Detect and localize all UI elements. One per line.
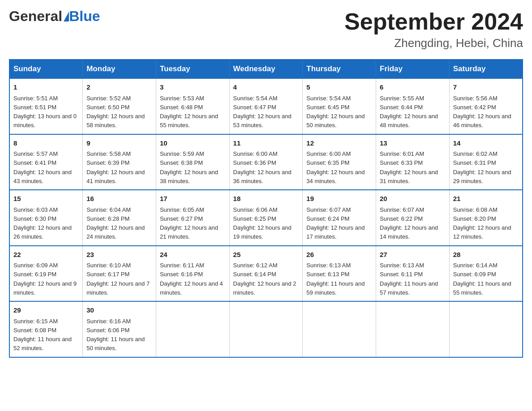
calendar-cell: 15Sunrise: 6:03 AMSunset: 6:30 PMDayligh… [9,190,83,246]
day-number: 8 [13,138,79,149]
calendar-cell: 29Sunrise: 6:15 AMSunset: 6:08 PMDayligh… [9,301,83,357]
calendar-cell: 3Sunrise: 5:53 AMSunset: 6:48 PMDaylight… [156,78,229,134]
day-info: Sunrise: 5:51 AMSunset: 6:51 PMDaylight:… [13,95,77,129]
calendar-cell [376,301,450,357]
day-number: 14 [453,138,519,149]
calendar-cell [449,301,523,357]
col-monday: Monday [83,60,156,78]
logo-blue-text: Blue [69,9,100,23]
day-info: Sunrise: 5:53 AMSunset: 6:48 PMDaylight:… [160,95,218,129]
calendar-week-row: 22Sunrise: 6:09 AMSunset: 6:19 PMDayligh… [9,246,523,302]
day-info: Sunrise: 6:15 AMSunset: 6:08 PMDaylight:… [13,318,72,352]
calendar-cell: 26Sunrise: 6:13 AMSunset: 6:13 PMDayligh… [303,246,376,302]
day-number: 26 [306,250,372,260]
day-number: 5 [306,82,372,93]
calendar-cell: 23Sunrise: 6:10 AMSunset: 6:17 PMDayligh… [83,246,156,302]
location-title: Zhengding, Hebei, China [344,36,523,50]
col-sunday: Sunday [9,60,83,78]
calendar-cell: 11Sunrise: 6:00 AMSunset: 6:36 PMDayligh… [229,134,303,190]
calendar-cell: 9Sunrise: 5:58 AMSunset: 6:39 PMDaylight… [83,134,156,190]
calendar-cell: 8Sunrise: 5:57 AMSunset: 6:41 PMDaylight… [9,134,83,190]
day-number: 25 [233,250,299,260]
calendar-cell: 17Sunrise: 6:05 AMSunset: 6:27 PMDayligh… [156,190,229,246]
day-info: Sunrise: 6:00 AMSunset: 6:35 PMDaylight:… [306,150,365,184]
day-info: Sunrise: 6:01 AMSunset: 6:33 PMDaylight:… [380,150,438,184]
day-info: Sunrise: 5:56 AMSunset: 6:42 PMDaylight:… [453,95,511,129]
day-number: 10 [160,138,226,149]
col-saturday: Saturday [449,60,523,78]
day-info: Sunrise: 6:08 AMSunset: 6:20 PMDaylight:… [453,206,511,240]
day-number: 18 [233,194,299,204]
day-number: 4 [233,82,299,93]
day-number: 13 [380,138,446,149]
calendar-header: Sunday Monday Tuesday Wednesday Thursday… [9,60,523,78]
calendar-cell: 10Sunrise: 5:59 AMSunset: 6:38 PMDayligh… [156,134,229,190]
calendar-cell: 2Sunrise: 5:52 AMSunset: 6:50 PMDaylight… [83,78,156,134]
calendar-cell: 27Sunrise: 6:13 AMSunset: 6:11 PMDayligh… [376,246,450,302]
day-info: Sunrise: 5:57 AMSunset: 6:41 PMDaylight:… [13,150,72,184]
title-block: September 2024 Zhengding, Hebei, China [344,9,523,50]
day-number: 17 [160,194,226,204]
calendar-cell: 22Sunrise: 6:09 AMSunset: 6:19 PMDayligh… [9,246,83,302]
day-info: Sunrise: 5:55 AMSunset: 6:44 PMDaylight:… [380,95,438,129]
calendar-cell: 5Sunrise: 5:54 AMSunset: 6:45 PMDaylight… [303,78,376,134]
day-info: Sunrise: 6:09 AMSunset: 6:19 PMDaylight:… [13,262,77,296]
day-info: Sunrise: 6:14 AMSunset: 6:09 PMDaylight:… [453,262,511,296]
col-friday: Friday [376,60,450,78]
day-info: Sunrise: 6:06 AMSunset: 6:25 PMDaylight:… [233,206,292,240]
calendar-cell [156,301,229,357]
logo: General Blue [9,9,100,23]
day-info: Sunrise: 6:02 AMSunset: 6:31 PMDaylight:… [453,150,511,184]
day-number: 9 [86,138,152,149]
day-number: 7 [453,82,519,93]
calendar-cell: 13Sunrise: 6:01 AMSunset: 6:33 PMDayligh… [376,134,450,190]
day-number: 27 [380,250,446,260]
day-number: 22 [13,250,79,260]
calendar-cell: 4Sunrise: 5:54 AMSunset: 6:47 PMDaylight… [229,78,303,134]
day-info: Sunrise: 5:54 AMSunset: 6:47 PMDaylight:… [233,95,292,129]
day-number: 24 [160,250,226,260]
day-info: Sunrise: 6:16 AMSunset: 6:06 PMDaylight:… [86,318,145,352]
col-tuesday: Tuesday [156,60,229,78]
calendar-cell: 28Sunrise: 6:14 AMSunset: 6:09 PMDayligh… [449,246,523,302]
day-number: 28 [453,250,519,260]
day-info: Sunrise: 6:10 AMSunset: 6:17 PMDaylight:… [86,262,150,296]
day-number: 15 [13,194,79,204]
calendar-cell: 18Sunrise: 6:06 AMSunset: 6:25 PMDayligh… [229,190,303,246]
day-info: Sunrise: 5:59 AMSunset: 6:38 PMDaylight:… [160,150,218,184]
col-wednesday: Wednesday [229,60,303,78]
day-number: 2 [86,82,152,93]
calendar-table: Sunday Monday Tuesday Wednesday Thursday… [9,59,523,358]
calendar-cell: 24Sunrise: 6:11 AMSunset: 6:16 PMDayligh… [156,246,229,302]
col-thursday: Thursday [303,60,376,78]
calendar-cell: 25Sunrise: 6:12 AMSunset: 6:14 PMDayligh… [229,246,303,302]
header-row: Sunday Monday Tuesday Wednesday Thursday… [9,60,523,78]
day-number: 6 [380,82,446,93]
day-info: Sunrise: 6:03 AMSunset: 6:30 PMDaylight:… [13,206,72,240]
day-info: Sunrise: 6:11 AMSunset: 6:16 PMDaylight:… [160,262,223,296]
logo-triangle-icon [64,12,69,21]
calendar-cell: 30Sunrise: 6:16 AMSunset: 6:06 PMDayligh… [83,301,156,357]
calendar-week-row: 29Sunrise: 6:15 AMSunset: 6:08 PMDayligh… [9,301,523,357]
day-info: Sunrise: 6:13 AMSunset: 6:13 PMDaylight:… [306,262,365,296]
day-number: 21 [453,194,519,204]
day-info: Sunrise: 5:52 AMSunset: 6:50 PMDaylight:… [86,95,145,129]
calendar-week-row: 15Sunrise: 6:03 AMSunset: 6:30 PMDayligh… [9,190,523,246]
calendar-cell: 6Sunrise: 5:55 AMSunset: 6:44 PMDaylight… [376,78,450,134]
calendar-cell [303,301,376,357]
calendar-cell: 14Sunrise: 6:02 AMSunset: 6:31 PMDayligh… [449,134,523,190]
day-number: 19 [306,194,372,204]
calendar-cell: 7Sunrise: 5:56 AMSunset: 6:42 PMDaylight… [449,78,523,134]
calendar-week-row: 8Sunrise: 5:57 AMSunset: 6:41 PMDaylight… [9,134,523,190]
calendar-cell: 12Sunrise: 6:00 AMSunset: 6:35 PMDayligh… [303,134,376,190]
month-title: September 2024 [344,9,523,34]
day-info: Sunrise: 5:54 AMSunset: 6:45 PMDaylight:… [306,95,365,129]
day-number: 23 [86,250,152,260]
day-number: 11 [233,138,299,149]
day-info: Sunrise: 6:00 AMSunset: 6:36 PMDaylight:… [233,150,292,184]
page-header: General Blue September 2024 Zhengding, H… [9,9,523,50]
day-info: Sunrise: 6:12 AMSunset: 6:14 PMDaylight:… [233,262,296,296]
day-info: Sunrise: 6:04 AMSunset: 6:28 PMDaylight:… [86,206,145,240]
calendar-cell: 20Sunrise: 6:07 AMSunset: 6:22 PMDayligh… [376,190,450,246]
day-number: 30 [86,305,152,316]
